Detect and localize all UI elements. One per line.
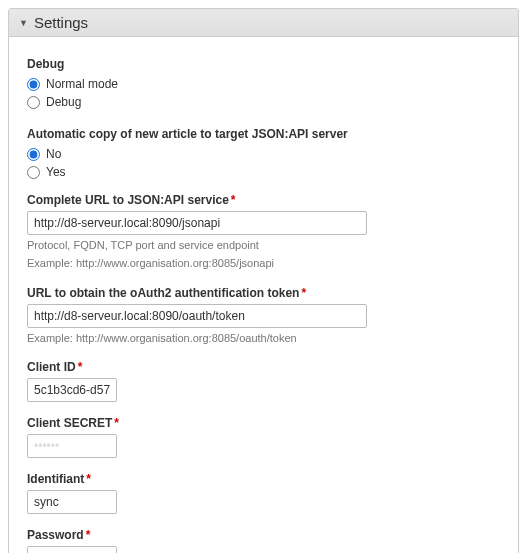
client-id-input[interactable] <box>27 378 117 402</box>
url-oauth-field: URL to obtain the oAuth2 authentificatio… <box>27 286 500 346</box>
client-secret-input[interactable] <box>27 434 117 458</box>
debug-radio-normal-label: Normal mode <box>46 77 118 91</box>
password-input[interactable] <box>27 546 117 553</box>
identifiant-input[interactable] <box>27 490 117 514</box>
debug-legend: Debug <box>27 57 500 71</box>
autocopy-option-yes[interactable]: Yes <box>27 165 500 179</box>
debug-radio-debug-label: Debug <box>46 95 81 109</box>
debug-option-normal[interactable]: Normal mode <box>27 77 500 91</box>
url-oauth-help: Example: http://www.organisation.org:808… <box>27 331 500 346</box>
required-marker: * <box>86 528 91 542</box>
url-service-help2: Example: http://www.organisation.org:808… <box>27 256 500 271</box>
autocopy-radio-no-label: No <box>46 147 61 161</box>
password-label: Password* <box>27 528 500 542</box>
settings-panel: ▼ Settings Debug Normal mode Debug Autom… <box>8 8 519 553</box>
required-marker: * <box>78 360 83 374</box>
autocopy-radio-yes-label: Yes <box>46 165 66 179</box>
autocopy-legend: Automatic copy of new article to target … <box>27 127 500 141</box>
identifiant-label-text: Identifiant <box>27 472 84 486</box>
client-id-field: Client ID* <box>27 360 500 402</box>
password-label-text: Password <box>27 528 84 542</box>
client-secret-label: Client SECRET* <box>27 416 500 430</box>
settings-panel-header[interactable]: ▼ Settings <box>9 9 518 37</box>
url-oauth-input[interactable] <box>27 304 367 328</box>
url-oauth-label: URL to obtain the oAuth2 authentificatio… <box>27 286 500 300</box>
required-marker: * <box>86 472 91 486</box>
debug-option-debug[interactable]: Debug <box>27 95 500 109</box>
required-marker: * <box>114 416 119 430</box>
settings-panel-body: Debug Normal mode Debug Automatic copy o… <box>9 37 518 553</box>
collapse-triangle-icon: ▼ <box>19 18 28 28</box>
debug-radio-normal[interactable] <box>27 78 40 91</box>
identifiant-field: Identifiant* <box>27 472 500 514</box>
autocopy-radio-yes[interactable] <box>27 166 40 179</box>
url-service-label: Complete URL to JSON:API service* <box>27 193 500 207</box>
required-marker: * <box>231 193 236 207</box>
debug-radio-debug[interactable] <box>27 96 40 109</box>
autocopy-radio-no[interactable] <box>27 148 40 161</box>
identifiant-label: Identifiant* <box>27 472 500 486</box>
required-marker: * <box>301 286 306 300</box>
client-secret-field: Client SECRET* <box>27 416 500 458</box>
url-service-label-text: Complete URL to JSON:API service <box>27 193 229 207</box>
password-field: Password* BE CAREFULL !!!! Password stor… <box>27 528 500 553</box>
autocopy-option-no[interactable]: No <box>27 147 500 161</box>
client-id-label-text: Client ID <box>27 360 76 374</box>
url-service-help1: Protocol, FQDN, TCP port and service end… <box>27 238 500 253</box>
url-service-input[interactable] <box>27 211 367 235</box>
url-service-field: Complete URL to JSON:API service* Protoc… <box>27 193 500 272</box>
url-oauth-label-text: URL to obtain the oAuth2 authentificatio… <box>27 286 299 300</box>
client-secret-label-text: Client SECRET <box>27 416 112 430</box>
client-id-label: Client ID* <box>27 360 500 374</box>
panel-title: Settings <box>34 14 88 31</box>
